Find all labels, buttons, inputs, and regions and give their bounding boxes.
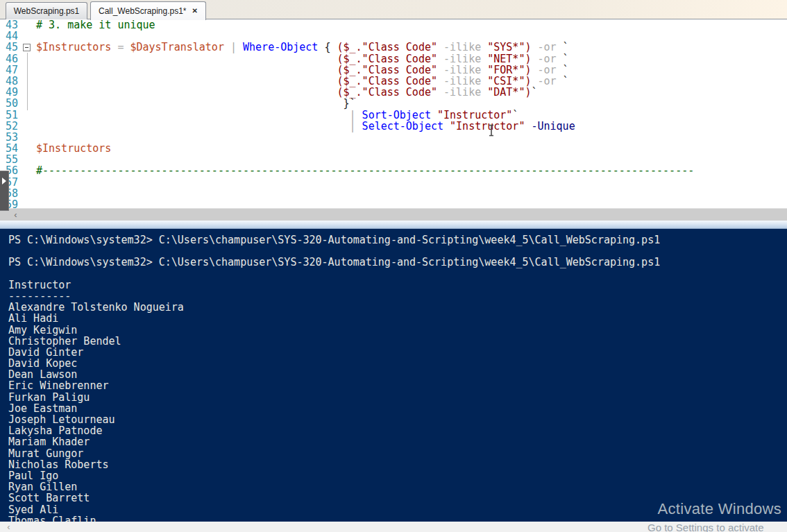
script-editor-pane[interactable]: 43# 3. make it unique4445$Instructors = … <box>0 19 787 208</box>
tab-label: WebScraping.ps1 <box>14 6 80 16</box>
code-line: 50 }` <box>0 98 787 109</box>
code-text: ($_."Class Code" -ilike "DAT*")` <box>33 87 537 98</box>
code-line: 44 <box>0 31 787 42</box>
fold-margin <box>21 199 33 208</box>
collapsed-pane-handle[interactable] <box>0 171 9 211</box>
expand-arrow-icon <box>2 178 6 185</box>
editor-horizontal-scrollbar[interactable]: ‹ <box>0 208 787 221</box>
code-line: 46 ($_."Class Code" -ilike "NET*") -or ` <box>0 53 787 65</box>
console-line: Furkan Paligu <box>8 392 787 403</box>
fold-margin <box>21 188 33 199</box>
console-output: PS C:\Windows\system32> C:\Users\champus… <box>8 234 787 526</box>
powershell-ise-window: WebScraping.ps1 Call_WebScraping.ps1* ✕ … <box>0 0 787 532</box>
fold-margin <box>21 76 33 87</box>
console-line: Ali Hadi <box>8 313 787 324</box>
code-line: 47 ($_."Class Code" -ilike "FOR*") -or ` <box>0 65 787 76</box>
code-text: # 3. make it unique <box>33 19 155 31</box>
code-text: | Sort-Object "Instructor"` <box>33 110 518 121</box>
fold-margin <box>21 42 33 53</box>
fold-margin <box>21 19 33 31</box>
line-number: 50 <box>0 98 21 109</box>
code-text: }` <box>33 98 356 109</box>
activate-windows-watermark: Activate Windows <box>658 500 781 518</box>
console-line: PS C:\Windows\system32> C:\Users\champus… <box>8 234 787 246</box>
console-line: ---------- <box>8 291 787 302</box>
fold-margin <box>21 98 33 109</box>
fold-margin <box>21 53 33 65</box>
code-line: 52 | Select-Object "Instructor" -Unique <box>0 121 787 132</box>
code-text: #---------------------------------------… <box>33 165 694 176</box>
console-line: Joseph Letourneau <box>8 414 787 425</box>
line-number: 44 <box>0 31 21 42</box>
line-number: 54 <box>0 143 21 154</box>
code-line: 57 <box>0 177 787 188</box>
line-number: 49 <box>0 87 21 98</box>
line-number: 52 <box>0 121 21 132</box>
console-line: Ryan Gillen <box>8 481 787 492</box>
console-line: Alexandre Tolstenko Nogueira <box>8 302 787 313</box>
code-line: 56#-------------------------------------… <box>0 165 787 176</box>
line-number: 48 <box>0 76 21 87</box>
code-text <box>33 199 36 208</box>
tab-webscraping[interactable]: WebScraping.ps1 <box>6 2 87 19</box>
fold-margin <box>21 132 33 143</box>
tab-call-webscraping[interactable]: Call_WebScraping.ps1* ✕ <box>90 1 206 20</box>
code-text: $Instructors = $DaysTranslator | Where-O… <box>33 42 569 53</box>
code-text <box>33 177 36 188</box>
console-line: Paul Igo <box>8 470 787 481</box>
fold-margin <box>21 87 33 98</box>
line-number: 55 <box>0 154 21 165</box>
ibeam-cursor-icon <box>488 124 495 137</box>
code-line: 49 ($_."Class Code" -ilike "DAT*")` <box>0 87 787 98</box>
code-line: 55 <box>0 154 787 165</box>
console-line <box>8 246 787 257</box>
console-line: David Kopec <box>8 358 787 369</box>
code-line: 51 | Sort-Object "Instructor"` <box>0 110 787 121</box>
fold-margin <box>21 177 33 188</box>
code-text <box>33 31 36 42</box>
line-number: 47 <box>0 65 21 76</box>
console-line: Eric Winebrenner <box>8 380 787 391</box>
code-text: ($_."Class Code" -ilike "CSI*") -or ` <box>33 76 569 87</box>
activate-windows-subtext: Go to Settings to activate <box>648 522 764 532</box>
console-line <box>8 268 787 280</box>
fold-margin <box>21 154 33 165</box>
code-line: 58 <box>0 188 787 199</box>
fold-margin <box>21 165 33 176</box>
console-line: Joe Eastman <box>8 403 787 414</box>
code-text: ($_."Class Code" -ilike "NET*") -or ` <box>33 53 569 65</box>
code-text <box>33 154 36 165</box>
fold-minus-icon[interactable] <box>23 44 31 51</box>
code-line: 59 <box>0 199 787 208</box>
console-line: Amy Keigwin <box>8 325 787 336</box>
fold-margin <box>21 31 33 42</box>
code-text: $Instructors <box>33 143 111 154</box>
code-text <box>33 188 36 199</box>
line-number: 51 <box>0 110 21 121</box>
code-text <box>33 132 36 143</box>
scroll-left-icon[interactable]: ‹ <box>3 522 15 532</box>
fold-margin <box>21 143 33 154</box>
code-line: 53 <box>0 132 787 143</box>
console-line: Instructor <box>8 280 787 291</box>
console-pane[interactable]: PS C:\Windows\system32> C:\Users\champus… <box>0 229 787 532</box>
code-line: 54$Instructors <box>0 143 787 154</box>
close-icon[interactable]: ✕ <box>192 8 198 15</box>
console-line: PS C:\Windows\system32> C:\Users\champus… <box>8 257 787 268</box>
code-line: 45$Instructors = $DaysTranslator | Where… <box>0 42 787 53</box>
pane-splitter[interactable] <box>0 221 787 229</box>
code-text: ($_."Class Code" -ilike "FOR*") -or ` <box>33 65 569 76</box>
scroll-left-icon[interactable]: ‹ <box>10 209 22 221</box>
fold-margin <box>21 121 33 132</box>
line-number: 46 <box>0 53 21 65</box>
code-line: 48 ($_."Class Code" -ilike "CSI*") -or ` <box>0 76 787 87</box>
fold-margin <box>21 65 33 76</box>
console-line: Mariam Khader <box>8 436 787 447</box>
console-line: Dean Lawson <box>8 369 787 380</box>
line-number: 53 <box>0 132 21 143</box>
script-tab-bar: WebScraping.ps1 Call_WebScraping.ps1* ✕ <box>0 0 787 19</box>
console-line: Christopher Bendel <box>8 336 787 347</box>
line-number: 43 <box>0 19 21 31</box>
line-number: 45 <box>0 42 21 53</box>
console-line: Nicholas Roberts <box>8 459 787 470</box>
